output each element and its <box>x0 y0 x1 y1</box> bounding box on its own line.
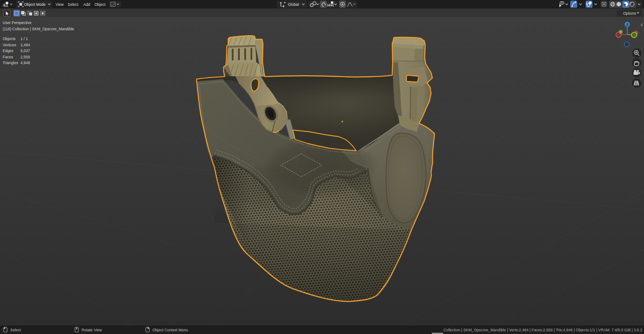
svg-text:(116) Collection | SKM_Opscore: (116) Collection | SKM_Opscore_Mandible <box>3 27 74 31</box>
svg-text:Object Context Menu: Object Context Menu <box>152 328 188 332</box>
svg-text:Vertices: Vertices <box>3 43 16 47</box>
svg-text:Rotate View: Rotate View <box>82 328 103 332</box>
svg-text:Select: Select <box>68 2 78 7</box>
svg-text:Z: Z <box>626 23 628 27</box>
svg-text:4,948: 4,948 <box>21 61 30 65</box>
svg-text:View: View <box>56 2 64 7</box>
svg-text:Objects: Objects <box>3 37 16 41</box>
svg-text:Global: Global <box>288 2 299 7</box>
svg-text:1 / 1: 1 / 1 <box>21 37 28 41</box>
svg-text:Select: Select <box>10 328 21 332</box>
svg-text:Add: Add <box>83 2 90 7</box>
svg-text:Collection | SKM_Opscore_Mandi: Collection | SKM_Opscore_Mandible | Vert… <box>443 328 642 332</box>
svg-text:Options: Options <box>623 11 636 16</box>
svg-text:5,037: 5,037 <box>21 49 30 53</box>
svg-text:Triangles: Triangles <box>3 61 18 65</box>
svg-text:Faces: Faces <box>3 55 13 59</box>
svg-text:Object: Object <box>94 2 106 7</box>
svg-text:Edges: Edges <box>3 49 13 53</box>
svg-text:2,484: 2,484 <box>21 43 30 47</box>
svg-text:User Perspective: User Perspective <box>3 20 32 25</box>
svg-text:Object Mode: Object Mode <box>24 2 45 7</box>
svg-text:2,559: 2,559 <box>21 55 30 59</box>
